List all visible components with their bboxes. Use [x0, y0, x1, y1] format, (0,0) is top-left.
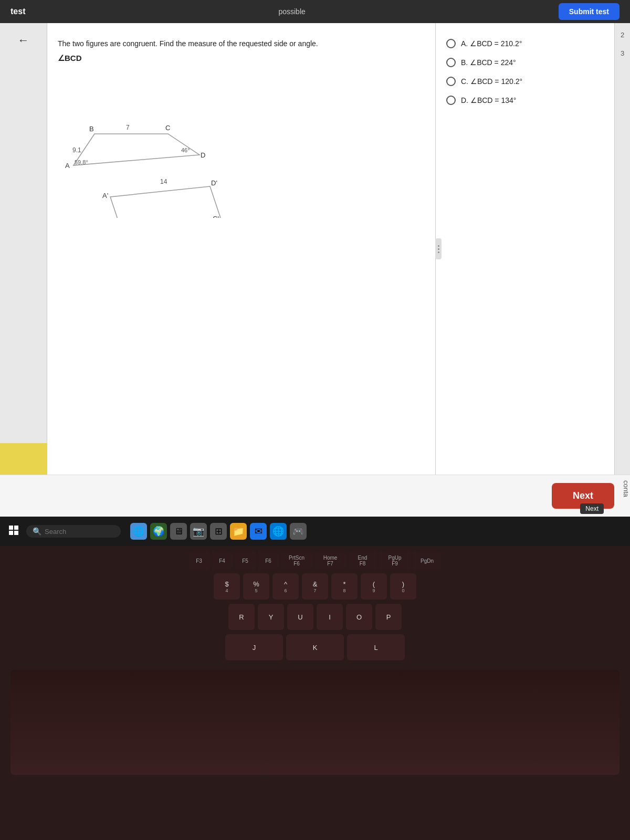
svg-marker-0 [74, 134, 200, 165]
jkl-row: J K L [10, 634, 620, 660]
ryuiop-row: R Y U I O P [10, 604, 620, 630]
strip-num-3: 3 [621, 49, 624, 57]
answers-area: A. ∠BCD = 210.2° B. ∠BCD = 224° C. ∠BCD … [436, 23, 614, 475]
key-rparen[interactable]: )0 [390, 573, 416, 600]
radio-b[interactable] [446, 58, 456, 67]
key-percent[interactable]: %5 [243, 573, 269, 600]
yellow-indicator [0, 443, 47, 475]
question-instruction: The two figures are congruent. Find the … [58, 39, 419, 49]
answer-label-b: B. [461, 58, 470, 67]
fn-key-home[interactable]: HomeF7 [314, 551, 346, 570]
key-i[interactable]: I [317, 604, 343, 630]
search-icon: 🔍 [33, 527, 41, 536]
svg-text:14: 14 [160, 178, 167, 185]
taskbar: 🔍 🌐 🌍 🖥 📷 ⊞ 📁 ✉ 🌐 🎮 [0, 517, 630, 546]
taskbar-icon-mail[interactable]: ✉ [250, 523, 267, 540]
fn-key-row: F3 F4 F5 F6 PrtScnF6 HomeF7 EndF8 PgUpF9… [10, 551, 620, 570]
svg-text:D': D' [211, 179, 217, 187]
svg-rect-17 [14, 526, 18, 530]
taskbar-icon-edge[interactable]: 🌐 [270, 523, 287, 540]
main-content: ← The two figures are congruent. Find th… [0, 23, 630, 475]
taskbar-icon-globe[interactable]: 🌍 [150, 523, 167, 540]
fn-key-prtscn[interactable]: PrtScnF6 [281, 551, 312, 570]
key-o[interactable]: O [346, 604, 372, 630]
key-dollar[interactable]: $4 [214, 573, 240, 600]
svg-rect-16 [9, 526, 13, 530]
conta-text: conta [622, 480, 630, 497]
svg-text:9.1: 9.1 [72, 146, 81, 154]
top-bar: test possible Submit test [0, 0, 630, 23]
question-area: The two figures are congruent. Find the … [47, 23, 436, 475]
angle-requested: ∠BCD [58, 54, 419, 63]
answer-text-d: D. ∠BCD = 134° [461, 96, 516, 104]
back-arrow-icon[interactable]: ← [18, 34, 29, 47]
key-u[interactable]: U [287, 604, 313, 630]
radio-c[interactable] [446, 77, 456, 86]
hand-area [10, 670, 620, 775]
answer-label-a: A. [461, 39, 470, 48]
taskbar-icon-camera[interactable]: 📷 [190, 523, 207, 540]
answer-label-c: C. [461, 77, 470, 86]
answer-label-d: D. [461, 96, 470, 104]
fn-key-f6[interactable]: F6 [258, 551, 279, 570]
svg-rect-19 [14, 531, 18, 535]
answer-option-c[interactable]: C. ∠BCD = 120.2° [446, 77, 604, 86]
left-sidebar: ← [0, 23, 47, 475]
taskbar-icon-screen[interactable]: 🖥 [170, 523, 187, 540]
key-k[interactable]: K [286, 634, 344, 660]
next-tooltip: Next [580, 503, 604, 514]
geometry-figure: B C A D 7 9.1 59.8° 46° A' D' B' C' [58, 71, 257, 218]
answer-text-a: A. ∠BCD = 210.2° [461, 39, 522, 48]
answer-text-b: B. ∠BCD = 224° [461, 58, 516, 67]
fn-key-pgdn[interactable]: PgDn [413, 551, 442, 570]
fn-key-pgup[interactable]: PgUpF9 [379, 551, 411, 570]
key-l[interactable]: L [347, 634, 405, 660]
number-row: $4 %5 ^6 &7 *8 (9 )0 [10, 573, 620, 600]
answer-option-d[interactable]: D. ∠BCD = 134° [446, 96, 604, 105]
taskbar-icon-1[interactable]: 🌐 [130, 523, 147, 540]
answer-text-c: C. ∠BCD = 120.2° [461, 77, 522, 86]
svg-text:59.8°: 59.8° [75, 159, 88, 165]
fn-key-f5[interactable]: F5 [235, 551, 256, 570]
taskbar-icon-grid[interactable]: ⊞ [210, 523, 227, 540]
svg-text:C': C' [213, 215, 219, 218]
svg-marker-9 [110, 186, 220, 218]
svg-text:C: C [165, 124, 170, 132]
key-ampersand[interactable]: &7 [302, 573, 328, 600]
fn-key-f4[interactable]: F4 [212, 551, 233, 570]
svg-text:46°: 46° [181, 147, 190, 153]
key-y[interactable]: Y [258, 604, 284, 630]
bottom-bar: Next Next conta [0, 475, 630, 517]
windows-start-button[interactable] [5, 523, 22, 540]
svg-rect-18 [9, 531, 13, 535]
fn-key-f3[interactable]: F3 [188, 551, 209, 570]
key-r[interactable]: R [228, 604, 255, 630]
svg-text:7: 7 [126, 124, 130, 131]
svg-text:D: D [201, 151, 205, 159]
strip-num-2: 2 [621, 31, 624, 39]
taskbar-icon-gaming[interactable]: 🎮 [290, 523, 307, 540]
taskbar-icon-folder[interactable]: 📁 [230, 523, 247, 540]
taskbar-icons: 🌐 🌍 🖥 📷 ⊞ 📁 ✉ 🌐 🎮 [130, 523, 307, 540]
search-input[interactable] [45, 528, 113, 536]
svg-text:B: B [89, 125, 94, 133]
svg-text:A': A' [102, 192, 108, 200]
collapse-handle[interactable] [435, 238, 442, 259]
key-p[interactable]: P [375, 604, 402, 630]
submit-test-button[interactable]: Submit test [559, 3, 620, 20]
svg-text:A: A [65, 162, 70, 170]
radio-d[interactable] [446, 96, 456, 105]
key-lparen[interactable]: (9 [361, 573, 387, 600]
radio-a[interactable] [446, 39, 456, 48]
points-label: possible [278, 7, 305, 16]
key-star[interactable]: *8 [331, 573, 358, 600]
key-caret[interactable]: ^6 [272, 573, 299, 600]
fn-key-end[interactable]: EndF8 [348, 551, 377, 570]
search-bar[interactable]: 🔍 [26, 525, 121, 538]
key-j[interactable]: J [225, 634, 283, 660]
app-title: test [10, 7, 25, 16]
right-strip: 2 3 [614, 23, 630, 475]
answer-option-a[interactable]: A. ∠BCD = 210.2° [446, 39, 604, 48]
answer-option-b[interactable]: B. ∠BCD = 224° [446, 58, 604, 67]
keyboard-area: F3 F4 F5 F6 PrtScnF6 HomeF7 EndF8 PgUpF9… [0, 546, 630, 840]
